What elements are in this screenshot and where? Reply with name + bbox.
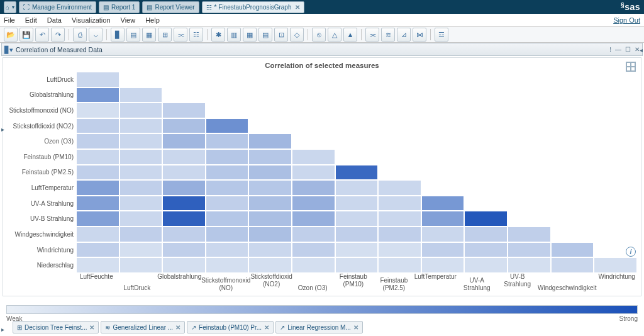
heatmap-cell[interactable] <box>162 257 206 273</box>
toolbar-button[interactable]: ▦ <box>142 28 156 42</box>
toolbar-button[interactable]: ▤ <box>258 28 272 42</box>
toolbar-button[interactable]: ⊞ <box>158 28 172 42</box>
heatmap-cell[interactable] <box>335 211 379 227</box>
heatmap-cell[interactable] <box>76 149 119 165</box>
heatmap-cell[interactable] <box>119 196 163 211</box>
heatmap-cell[interactable] <box>76 87 119 103</box>
heatmap-cell[interactable] <box>76 211 119 227</box>
toolbar-button[interactable]: ✱ <box>211 28 225 42</box>
heatmap-cell[interactable] <box>76 165 119 181</box>
heatmap-cell[interactable] <box>378 227 421 242</box>
heatmap-cell[interactable] <box>551 257 594 273</box>
heatmap-cell[interactable] <box>292 196 335 211</box>
tab-report-1[interactable]: ▤Report 1 <box>99 1 140 13</box>
heatmap-cell[interactable] <box>292 149 335 165</box>
heatmap-cell[interactable] <box>421 227 465 242</box>
right-panel-toggle-icon[interactable]: ◂ <box>640 47 643 53</box>
heatmap-cell[interactable] <box>421 257 465 273</box>
heatmap-cell[interactable] <box>248 180 292 196</box>
heatmap-cell[interactable] <box>76 227 119 242</box>
heatmap-cell[interactable] <box>421 196 465 211</box>
heatmap-cell[interactable] <box>248 149 292 165</box>
heatmap-cell[interactable] <box>248 257 292 273</box>
heatmap-cell[interactable] <box>292 211 335 227</box>
heatmap-cell[interactable] <box>119 257 163 273</box>
heatmap-cell[interactable] <box>248 242 292 258</box>
menu-edit[interactable]: Edit <box>25 16 37 24</box>
close-icon[interactable]: ✕ <box>295 4 300 11</box>
panel-maximize-icon[interactable]: ☐ <box>625 46 631 53</box>
toolbar-button[interactable]: ⎋ <box>312 28 326 42</box>
heatmap-cell[interactable] <box>335 180 379 196</box>
bottom-tab[interactable]: ≋Generalized Linear ...✕ <box>101 321 185 333</box>
tab-manage-environment[interactable]: ⛶Manage Environment <box>19 1 96 13</box>
tab-feinstaub-prognosis-graph[interactable]: ☷* FinestaubPrognosisGraph✕ <box>202 1 305 13</box>
heatmap-cell[interactable] <box>248 165 292 181</box>
heatmap-cell[interactable] <box>378 257 421 273</box>
heatmap-cell[interactable] <box>335 196 379 211</box>
panel-minimize-icon[interactable]: — <box>615 46 621 53</box>
heatmap-cell[interactable] <box>464 211 508 227</box>
heatmap-cell[interactable] <box>594 257 637 273</box>
heatmap-cell[interactable] <box>292 165 335 181</box>
heatmap-cell[interactable] <box>162 133 206 149</box>
heatmap-cell[interactable] <box>335 165 379 181</box>
heatmap-cell[interactable] <box>551 242 594 258</box>
heatmap-cell[interactable] <box>162 211 206 227</box>
panel-close-icon[interactable]: ✕ <box>635 46 640 53</box>
toolbar-button[interactable]: ⋈ <box>413 28 426 42</box>
heatmap-cell[interactable] <box>119 211 163 227</box>
heatmap-cell[interactable] <box>162 180 206 196</box>
heatmap-cell[interactable] <box>76 103 119 118</box>
heatmap-cell[interactable] <box>508 257 551 273</box>
heatmap-cell[interactable] <box>378 180 421 196</box>
heatmap-cell[interactable] <box>206 180 249 196</box>
close-icon[interactable]: ✕ <box>264 324 269 331</box>
heatmap-cell[interactable] <box>76 196 119 211</box>
toolbar-button[interactable]: ▥ <box>227 28 241 42</box>
heatmap-cell[interactable] <box>76 180 119 196</box>
heatmap-cell[interactable] <box>119 87 163 103</box>
heatmap-cell[interactable] <box>119 227 163 242</box>
close-icon[interactable]: ✕ <box>89 324 94 331</box>
heatmap-cell[interactable] <box>292 242 335 258</box>
close-icon[interactable]: ✕ <box>175 324 180 331</box>
tab-report-viewer[interactable]: ▤Report Viewer <box>142 1 199 13</box>
toolbar-button[interactable]: 💾 <box>19 28 33 42</box>
heatmap-cell[interactable] <box>421 242 465 258</box>
bottom-scroll-left-icon[interactable]: ▸ <box>1 326 4 333</box>
heatmap-cell[interactable] <box>162 227 206 242</box>
toolbar-button[interactable]: ⊿ <box>397 28 411 42</box>
menu-data[interactable]: Data <box>47 16 62 24</box>
left-panel-toggle-icon[interactable]: ▸ <box>1 126 4 133</box>
heatmap-cell[interactable] <box>378 211 421 227</box>
heatmap-cell[interactable] <box>335 242 379 258</box>
toolbar-button[interactable]: ☲ <box>435 28 448 42</box>
toolbar-button[interactable]: ↶ <box>35 28 49 42</box>
toolbar-button[interactable]: 📂 <box>4 28 18 42</box>
heatmap-cell[interactable] <box>335 257 379 273</box>
toolbar-button[interactable]: ≋ <box>381 28 395 42</box>
heatmap-cell[interactable] <box>76 118 119 134</box>
menu-visualization[interactable]: Visualization <box>72 16 111 24</box>
toolbar-button[interactable]: ⫗ <box>174 28 187 42</box>
bottom-tab[interactable]: ↗Linear Regression M...✕ <box>275 321 363 333</box>
heatmap-cell[interactable] <box>119 118 163 134</box>
heatmap-cell[interactable] <box>119 133 163 149</box>
heatmap-cell[interactable] <box>162 103 206 118</box>
heatmap-cell[interactable] <box>378 196 421 211</box>
heatmap-cell[interactable] <box>162 242 206 258</box>
heatmap-cell[interactable] <box>508 227 551 242</box>
toolbar-button[interactable]: ▲ <box>343 28 357 42</box>
bottom-tab[interactable]: ↗Feinstaub (PM10) Pr...✕ <box>187 321 274 333</box>
heatmap-cell[interactable] <box>162 165 206 181</box>
heatmap-cell[interactable] <box>206 149 249 165</box>
heatmap-cell[interactable] <box>248 133 292 149</box>
toolbar-button[interactable]: ⫘ <box>365 28 379 42</box>
heatmap-cell[interactable] <box>76 257 119 273</box>
heatmap-cell[interactable] <box>464 257 508 273</box>
toolbar-button[interactable]: ⎙ <box>73 28 87 42</box>
toolbar-button[interactable]: ↷ <box>51 28 65 42</box>
heatmap-cell[interactable] <box>162 149 206 165</box>
toolbar-button[interactable]: ⊡ <box>274 28 288 42</box>
